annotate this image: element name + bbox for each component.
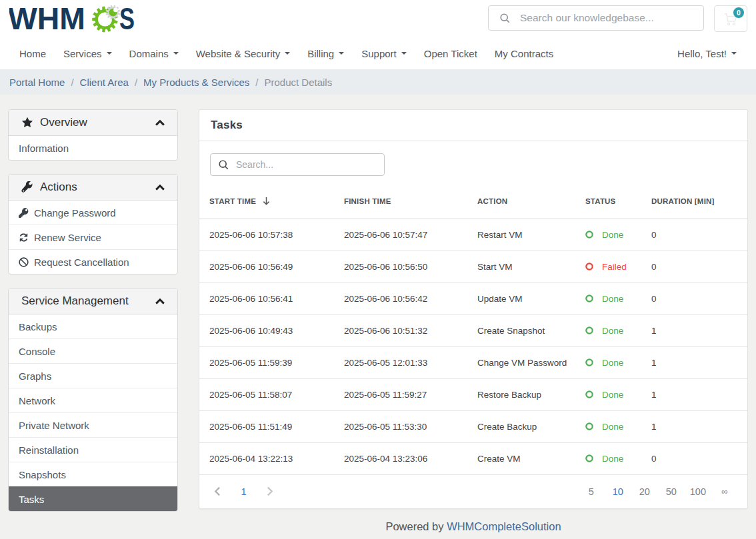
prev-page-button[interactable]: [209, 482, 227, 500]
breadcrumb-separator: /: [255, 77, 258, 88]
table-row[interactable]: 2025-06-05 11:59:392025-06-05 12:01:33Ch…: [199, 346, 747, 378]
cell-start-time: 2025-06-06 10:57:38: [199, 219, 344, 251]
tasks-card: Tasks START TIMEFINISH TIMEACTIONSTATUSD…: [199, 109, 748, 509]
nav-item-domains[interactable]: Domains: [121, 48, 187, 59]
cell-duration: 1: [651, 410, 747, 442]
main-nav-items: HomeServicesDomainsWebsite & SecurityBil…: [11, 48, 562, 59]
table-header-row: START TIMEFINISH TIMEACTIONSTATUSDURATIO…: [199, 184, 747, 219]
cell-status: Done: [585, 314, 651, 346]
table-row[interactable]: 2025-06-04 13:22:132025-06-04 13:23:06Cr…: [199, 442, 747, 474]
cell-status: Done: [585, 282, 651, 314]
sidebar-item-graphs[interactable]: Graphs: [9, 364, 177, 388]
page-size-5[interactable]: 5: [583, 486, 599, 497]
column-header-action[interactable]: ACTION: [477, 184, 585, 219]
nav-item-website-security[interactable]: Website & Security: [187, 48, 299, 59]
table-row[interactable]: 2025-06-05 11:58:072025-06-05 11:59:27Re…: [199, 378, 747, 410]
caret-down-icon: [285, 52, 290, 55]
column-header-status[interactable]: STATUS: [585, 184, 651, 219]
tasks-table: START TIMEFINISH TIMEACTIONSTATUSDURATIO…: [199, 184, 747, 475]
whmcs-logo[interactable]: WHM S: [9, 3, 135, 33]
table-row[interactable]: 2025-06-06 10:56:412025-06-06 10:56:42Up…: [199, 282, 747, 314]
nav-item-support[interactable]: Support: [353, 48, 415, 59]
page-size-options: 5102050100∞: [583, 486, 733, 497]
next-page-button[interactable]: [261, 482, 279, 500]
chevron-up-icon[interactable]: [155, 120, 165, 126]
status-badge: Done: [585, 294, 651, 304]
panel-title: Service Management: [21, 294, 129, 308]
breadcrumb-link-portal-home[interactable]: Portal Home: [9, 77, 65, 88]
nav-item-open-ticket[interactable]: Open Ticket: [415, 48, 486, 59]
sidebar-item-change-password[interactable]: Change Password: [9, 201, 177, 225]
sidebar-item-request-cancellation[interactable]: Request Cancellation: [9, 250, 177, 274]
search-icon: [218, 159, 229, 171]
table-search-input[interactable]: [236, 159, 384, 170]
cell-finish-time: 2025-06-05 11:53:30: [344, 410, 477, 442]
cell-start-time: 2025-06-05 11:51:49: [199, 410, 344, 442]
nav-item-my-contracts[interactable]: My Contracts: [486, 48, 562, 59]
table-search: [210, 153, 385, 176]
table-row[interactable]: 2025-06-06 10:49:432025-06-06 10:51:32Cr…: [199, 314, 747, 346]
cell-duration: 0: [651, 282, 747, 314]
knowledgebase-search-input[interactable]: [520, 12, 703, 24]
cell-status: Done: [585, 378, 651, 410]
cell-start-time: 2025-06-06 10:49:43: [199, 314, 344, 346]
cell-duration: 1: [651, 314, 747, 346]
cell-duration: 0: [651, 442, 747, 474]
page-title: Tasks: [211, 119, 243, 132]
table-row[interactable]: 2025-06-05 11:51:492025-06-05 11:53:30Cr…: [199, 410, 747, 442]
table-row[interactable]: 2025-06-06 10:57:382025-06-06 10:57:47Re…: [199, 219, 747, 251]
star-icon: [21, 117, 33, 129]
sidebar-item-backups[interactable]: Backups: [9, 314, 177, 338]
table-row[interactable]: 2025-06-06 10:56:492025-06-06 10:56:50St…: [199, 251, 747, 282]
chevron-up-icon[interactable]: [155, 298, 165, 304]
wrench-icon: [21, 181, 33, 193]
sidebar-item-information[interactable]: Information: [9, 136, 177, 160]
nav-item-account[interactable]: Hello, Test!: [669, 48, 745, 59]
pagination: 1 5102050100∞: [199, 475, 747, 508]
breadcrumb: Portal Home/Client Area/My Products & Se…: [0, 69, 756, 95]
chevron-right-icon: [264, 486, 275, 497]
column-header-start-time[interactable]: START TIME: [199, 184, 344, 219]
cell-finish-time: 2025-06-04 13:23:06: [344, 442, 477, 474]
sidebar-item-snapshots[interactable]: Snapshots: [9, 462, 177, 486]
current-page-number[interactable]: 1: [235, 486, 253, 497]
breadcrumb-link-my-products-services[interactable]: My Products & Services: [143, 77, 249, 88]
cell-finish-time: 2025-06-06 10:56:42: [344, 282, 477, 314]
status-done-icon: [585, 358, 593, 366]
nav-item-services[interactable]: Services: [55, 48, 121, 59]
sidebar-panel-overview: OverviewInformation: [8, 109, 178, 161]
nav-item-billing[interactable]: Billing: [299, 48, 353, 59]
cart-button[interactable]: 0: [714, 5, 747, 32]
panel-heading: Overview: [9, 110, 177, 136]
status-badge: Done: [585, 326, 651, 336]
cell-finish-time: 2025-06-05 12:01:33: [344, 346, 477, 378]
sidebar-item-renew-service[interactable]: Renew Service: [9, 225, 177, 249]
sidebar-item-private-network[interactable]: Private Network: [9, 413, 177, 437]
whmcs-brand-link[interactable]: WHMCompleteSolution: [447, 520, 561, 532]
column-header-finish-time[interactable]: FINISH TIME: [344, 184, 477, 219]
cell-action: Start VM: [477, 251, 585, 282]
page-size-50[interactable]: 50: [663, 486, 679, 497]
sidebar-item-reinstallation[interactable]: Reinstallation: [9, 438, 177, 462]
caret-down-icon: [107, 52, 112, 55]
status-badge: Failed: [585, 262, 651, 272]
page-size-20[interactable]: 20: [637, 486, 653, 497]
page-size-100[interactable]: 100: [690, 486, 706, 497]
page-size-10[interactable]: 10: [610, 486, 626, 497]
column-header-duration-min[interactable]: DURATION [MIN]: [651, 184, 747, 219]
sort-descending-icon: [262, 197, 271, 205]
caret-down-icon: [731, 52, 737, 55]
nav-item-home[interactable]: Home: [11, 48, 55, 59]
chevron-up-icon[interactable]: [155, 185, 165, 191]
powered-by-text: Powered by: [385, 520, 443, 532]
page-size-all[interactable]: ∞: [717, 486, 733, 496]
breadcrumb-link-client-area[interactable]: Client Area: [80, 77, 129, 88]
cell-start-time: 2025-06-04 13:22:13: [199, 442, 344, 474]
sidebar-item-console[interactable]: Console: [9, 339, 177, 363]
cart-count-badge: 0: [733, 7, 744, 18]
panel-title: Overview: [21, 116, 87, 129]
sidebar-item-tasks[interactable]: Tasks: [9, 487, 177, 511]
sidebar-item-network[interactable]: Network: [9, 388, 177, 412]
cell-status: Failed: [585, 251, 651, 282]
pagination-controls: 1: [209, 482, 279, 500]
